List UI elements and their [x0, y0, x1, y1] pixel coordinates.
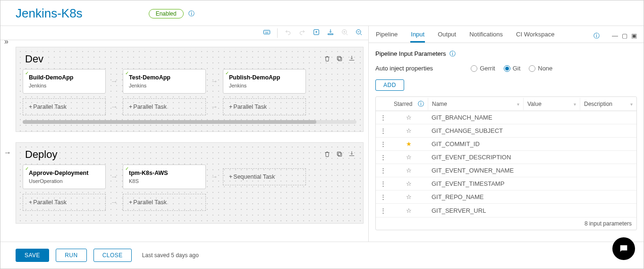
star-icon[interactable]: ☆ [390, 152, 428, 163]
svg-rect-6 [338, 153, 341, 156]
row-menu-icon[interactable]: ⋮ [376, 165, 390, 176]
filter-icon[interactable]: ▾ [574, 102, 576, 107]
copy-icon[interactable] [336, 55, 343, 64]
parallel-task-placeholder[interactable]: +Parallel Task [123, 98, 206, 115]
task-card[interactable]: ✓Test-DemoAppJenkins [123, 69, 206, 94]
star-icon[interactable]: ☆ [390, 205, 428, 216]
radio-gerrit[interactable]: Gerrit [471, 65, 495, 72]
filter-icon[interactable]: ▾ [517, 102, 519, 107]
table-row[interactable]: ⋮☆GIT_SERVER_URL [376, 204, 636, 217]
check-icon: ✓ [225, 70, 229, 76]
minimize-icon[interactable]: — [612, 32, 618, 39]
stage[interactable]: →Deploy✓Approve-DeploymentUserOperation→… [16, 142, 364, 224]
parallel-task-placeholder[interactable]: +Parallel Task [223, 98, 306, 115]
tab-ci-workspace[interactable]: CI Workspace [516, 29, 555, 43]
close-button[interactable]: CLOSE [93, 249, 132, 262]
trash-icon[interactable] [323, 150, 331, 159]
info-icon[interactable]: ⓘ [449, 50, 456, 57]
tab-pipeline[interactable]: Pipeline [375, 29, 398, 43]
row-menu-icon[interactable]: ⋮ [376, 178, 390, 189]
task-card[interactable]: ✓Build-DemoAppJenkins [23, 69, 106, 94]
column-name[interactable]: Name▾ [428, 98, 523, 110]
table-row[interactable]: ⋮☆GIT_EVENT_TIMESTAMP [376, 177, 636, 191]
import-icon[interactable] [327, 28, 334, 38]
task-card[interactable]: ✓Approve-DeploymentUserOperation [23, 165, 106, 189]
svg-rect-4 [338, 57, 341, 61]
column-description[interactable]: Description▾ [580, 98, 636, 110]
cell-name: GIT_SERVER_URL [428, 205, 523, 216]
pipeline-canvas[interactable]: Dev✓Build-DemoAppJenkins→✓Test-DemoAppJe… [0, 40, 368, 242]
task-card[interactable]: ✓tpm-K8s-AWSK8S [123, 165, 206, 189]
undo-icon[interactable] [284, 28, 292, 38]
keyboard-icon[interactable] [263, 28, 271, 38]
column-starred[interactable]: Starred ⓘ [390, 97, 428, 111]
task-name: Build-DemoApp [29, 74, 100, 81]
info-icon[interactable]: ⓘ [418, 100, 424, 108]
status-badge: Enabled [149, 9, 184, 18]
task-name: Approve-Deployment [29, 170, 100, 176]
toolbar-separator [277, 28, 278, 38]
run-button[interactable]: RUN [56, 249, 87, 262]
sequential-task-placeholder[interactable]: +Sequential Task [223, 168, 306, 185]
trash-icon[interactable] [323, 55, 331, 64]
table-row[interactable]: ⋮☆GIT_EVENT_DESCRIPTION [376, 151, 636, 164]
parallel-task-placeholder[interactable]: +Parallel Task [123, 194, 206, 211]
arrow-icon: → [109, 173, 120, 181]
download-icon[interactable] [348, 150, 356, 159]
star-icon[interactable]: ★ [390, 139, 428, 149]
table-row[interactable]: ⋮☆GIT_EVENT_OWNER_NAME [376, 164, 636, 177]
cell-name: GIT_BRANCH_NAME [428, 112, 523, 123]
svg-rect-0 [263, 30, 270, 34]
download-icon[interactable] [348, 55, 356, 64]
tab-notifications[interactable]: Notifications [469, 29, 503, 43]
row-menu-icon[interactable]: ⋮ [376, 205, 390, 216]
table-row[interactable]: ⋮★GIT_COMMIT_ID [376, 138, 636, 151]
parallel-task-placeholder[interactable]: +Parallel Task [23, 98, 106, 115]
task-card[interactable]: ✓Publish-DemoAppJenkins [223, 69, 306, 94]
chat-bubble-icon[interactable] [612, 237, 635, 260]
copy-icon[interactable] [336, 150, 343, 159]
tab-input[interactable]: Input [410, 29, 425, 43]
task-type: UserOperation [29, 178, 100, 184]
cell-description [580, 195, 636, 199]
filter-icon[interactable]: ▾ [630, 102, 633, 107]
horizontal-scrollbar[interactable] [23, 120, 356, 124]
parameters-table: Starred ⓘ Name▾ Value▾ Description▾ ⋮☆GI… [375, 96, 637, 230]
tab-output[interactable]: Output [437, 29, 457, 43]
row-menu-icon[interactable]: ⋮ [376, 191, 390, 202]
row-menu-icon[interactable]: ⋮ [376, 152, 390, 163]
stage[interactable]: Dev✓Build-DemoAppJenkins→✓Test-DemoAppJe… [16, 47, 364, 132]
radio-none[interactable]: None [529, 65, 552, 72]
star-icon[interactable]: ☆ [390, 191, 428, 202]
canvas-toolbar [0, 26, 368, 40]
arrow-icon: → [209, 103, 220, 111]
zoom-in-icon[interactable] [341, 28, 348, 38]
zoom-out-icon[interactable] [355, 28, 363, 38]
table-row[interactable]: ⋮☆GIT_BRANCH_NAME [376, 111, 636, 124]
cell-name: GIT_EVENT_TIMESTAMP [428, 178, 523, 189]
table-row[interactable]: ⋮☆GIT_REPO_NAME [376, 191, 636, 204]
redo-icon[interactable] [298, 28, 306, 38]
star-icon[interactable]: ☆ [390, 125, 428, 136]
add-button[interactable]: ADD [375, 79, 404, 91]
workspace-info-icon[interactable]: ⓘ [593, 32, 600, 40]
maximize-icon[interactable]: ▣ [631, 32, 637, 39]
row-menu-icon[interactable]: ⋮ [376, 139, 390, 149]
restore-icon[interactable]: ▢ [622, 32, 627, 39]
column-menu [376, 101, 390, 107]
row-menu-icon[interactable]: ⋮ [376, 125, 390, 136]
save-button[interactable]: SAVE [16, 249, 49, 262]
star-icon[interactable]: ☆ [390, 178, 428, 189]
radio-git[interactable]: Git [504, 65, 521, 72]
column-value[interactable]: Value▾ [523, 98, 580, 110]
row-menu-icon[interactable]: ⋮ [376, 112, 390, 123]
star-icon[interactable]: ☆ [390, 112, 428, 123]
collapse-sidebar-icon[interactable]: » [4, 37, 8, 46]
check-icon: ✓ [125, 166, 129, 171]
table-row[interactable]: ⋮☆GIT_CHANGE_SUBJECT [376, 124, 636, 138]
star-icon[interactable]: ☆ [390, 165, 428, 176]
parallel-task-placeholder[interactable]: +Parallel Task [23, 194, 106, 211]
info-icon[interactable]: ⓘ [188, 9, 195, 18]
cell-value [523, 156, 580, 159]
export-icon[interactable] [313, 28, 320, 38]
